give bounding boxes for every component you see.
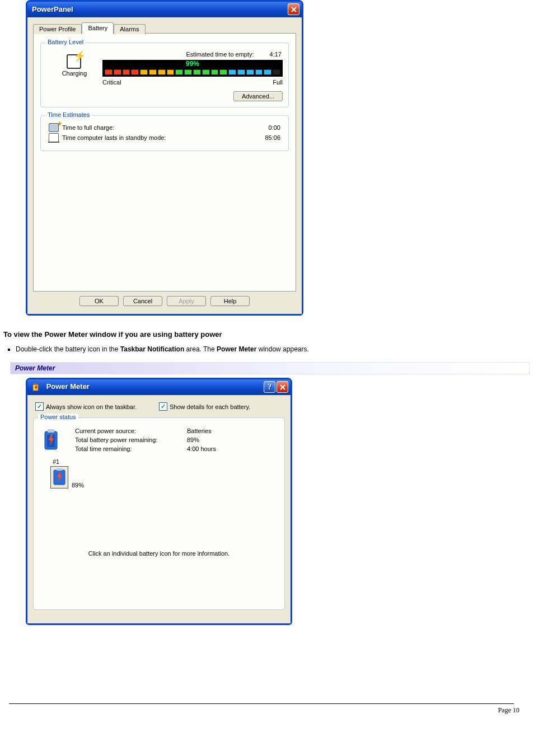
battery-slot-icon: [50, 466, 68, 489]
estimated-time-label: Estimated time to empty:: [186, 51, 254, 58]
plug-monitor-icon: [49, 123, 59, 132]
chk-show-taskbar[interactable]: ✓ Always show icon on the taskbar.: [35, 402, 137, 411]
page-footer: Page 10: [3, 703, 531, 715]
time-full-charge-label: Time to full charge:: [62, 124, 114, 131]
laptop-icon: [49, 133, 59, 142]
ps-row3-label: Total time remaining:: [75, 445, 187, 452]
instr-text-3: window appears.: [256, 345, 308, 353]
estimated-time-value: 4:17: [270, 51, 282, 58]
tab-alarms[interactable]: Alarms: [114, 24, 145, 34]
power-status-group: Power status Current power source: Batte…: [33, 417, 285, 610]
chk-show-taskbar-label: Always show icon on the taskbar.: [46, 403, 137, 410]
time-full-charge-value: 0:00: [269, 124, 280, 131]
ps-row2-value: 89%: [187, 436, 254, 443]
ps-row1-label: Current power source:: [75, 428, 187, 434]
charging-label: Charging: [46, 70, 102, 77]
checkbox-icon: ✓: [35, 402, 44, 411]
window-title: PowerPanel: [32, 5, 73, 13]
time-estimates-title: Time Estimates: [45, 111, 92, 118]
chk-show-details-label: Show details for each battery.: [170, 403, 250, 410]
instruction-item: Double-click the battery icon in the Tas…: [16, 344, 531, 354]
chk-show-details[interactable]: ✓ Show details for each battery.: [159, 402, 250, 411]
powerpanel-window: PowerPanel Power Profile Battery Alarms …: [26, 0, 303, 316]
figure-caption: Power Meter: [10, 362, 530, 374]
battery-percent: 99%: [103, 60, 282, 68]
help-icon[interactable]: ?: [264, 381, 275, 393]
time-standby-value: 85:06: [265, 134, 280, 141]
apply-button[interactable]: Apply: [167, 296, 206, 306]
battery-level-title: Battery Level: [45, 39, 86, 45]
battery-gauge: 99%: [102, 60, 283, 77]
powerpanel-titlebar: PowerPanel: [27, 2, 302, 17]
instruction-list: Double-click the battery icon in the Tas…: [3, 344, 531, 354]
ps-row3-value: 4:00 hours: [187, 445, 254, 452]
scale-critical: Critical: [102, 79, 121, 86]
power-status-title: Power status: [38, 414, 78, 420]
svg-rect-6: [57, 468, 62, 471]
instr-bold-1: Taskbar Notification: [120, 345, 184, 353]
close-icon[interactable]: [288, 3, 299, 15]
instr-bold-2: Power Meter: [217, 345, 256, 353]
battery-tab-panel: Battery Level ⚡ Charging Estimated time …: [33, 33, 296, 292]
battery-info-note: Click an individual battery icon for mor…: [39, 489, 279, 562]
instruction-heading: To view the Power Meter window if you ar…: [3, 330, 531, 339]
battery-slot-1[interactable]: #1 89%: [39, 453, 279, 489]
ok-button[interactable]: OK: [79, 296, 119, 306]
instr-text-2: area. The: [184, 345, 217, 353]
dialog-button-row: OK Cancel Apply Help: [33, 292, 296, 308]
time-estimates-group: Time Estimates Time to full charge: 0:00…: [40, 115, 289, 151]
time-standby-label: Time computer lasts in standby mode:: [62, 134, 166, 141]
checkbox-icon: ✓: [159, 402, 167, 411]
page-number: Page 10: [498, 706, 519, 714]
tab-strip: Power Profile Battery Alarms: [33, 22, 296, 34]
powermeter-titlebar: Power Meter ?: [27, 379, 291, 395]
tab-power-profile[interactable]: Power Profile: [33, 24, 82, 34]
instr-text-1: Double-click the battery icon in the: [16, 345, 120, 353]
charging-battery-icon: ⚡: [63, 50, 86, 68]
ps-row1-value: Batteries: [187, 428, 254, 434]
battery-slot-percent: 89%: [72, 482, 84, 489]
scale-full: Full: [273, 79, 283, 86]
tab-battery[interactable]: Battery: [82, 22, 114, 34]
powermeter-app-icon: [32, 383, 41, 392]
battery-slot-number: #1: [50, 458, 279, 465]
battery-large-icon: [41, 427, 75, 453]
powermeter-title: Power Meter: [46, 382, 90, 391]
ps-row2-label: Total battery power remaining:: [75, 436, 187, 443]
help-button[interactable]: Help: [210, 296, 250, 306]
svg-rect-3: [48, 429, 54, 433]
svg-rect-1: [34, 383, 37, 385]
powermeter-window: Power Meter ? ✓ Always show icon on the …: [26, 378, 292, 625]
cancel-button[interactable]: Cancel: [123, 296, 162, 306]
advanced-button[interactable]: Advanced...: [233, 91, 283, 101]
battery-level-group: Battery Level ⚡ Charging Estimated time …: [40, 43, 289, 107]
close-icon[interactable]: [277, 381, 288, 393]
